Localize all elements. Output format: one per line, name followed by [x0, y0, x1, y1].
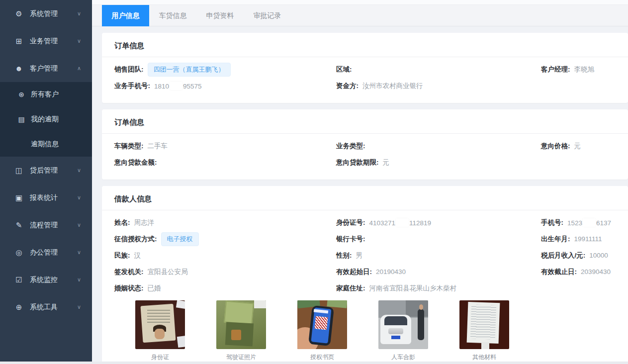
- plus-circle-icon: ⊕: [14, 303, 24, 312]
- field-label: 车辆类型:: [114, 142, 144, 151]
- checkbox-icon: ☑: [14, 275, 24, 284]
- field-value: 20190430: [376, 268, 406, 275]
- monitor-icon: ▣: [14, 193, 24, 202]
- credit-auth-tag: 电子授权: [161, 232, 199, 246]
- photo-green-booklet[interactable]: [216, 300, 266, 349]
- field-label: 意向价格:: [541, 142, 570, 151]
- sidebar-item-label: 办公管理: [30, 248, 58, 257]
- photo-item: 人车合影: [378, 300, 428, 362]
- sidebar-item-label: 系统管理: [30, 9, 58, 18]
- field-business-phone: 业务手机号: 181095575: [114, 82, 336, 91]
- order-info-card-1: 订单信息 销售团队: 四团一营（直属王鹏飞） 区域: 客户经理: 李晓旭: [102, 33, 628, 103]
- photo-item: 身份证: [135, 300, 185, 362]
- sidebar-item-office-mgmt[interactable]: ◎ 办公管理 ∨: [0, 239, 92, 266]
- redaction-block: [170, 82, 182, 90]
- field-label: 征信授权方式:: [114, 235, 157, 244]
- sidebar-item-label: 逾期信息: [31, 140, 59, 149]
- sidebar-item-system-mgmt[interactable]: ⚙ 系统管理 ∨: [0, 0, 92, 27]
- photo-person-with-car[interactable]: [378, 300, 428, 349]
- photo-phone-qr-code[interactable]: [297, 300, 347, 349]
- sidebar-item-label: 我的逾期: [31, 115, 59, 124]
- field-label: 手机号:: [541, 218, 563, 227]
- sidebar: ⚙ 系统管理 ∨ ⊞ 业务管理 ∨ ☻ 客户管理 ∧ ⊛ 所有客户 ▤ 我的逾期: [0, 0, 92, 364]
- tab-bar: 用户信息 车贷信息 申贷资料 审批记录: [92, 5, 628, 26]
- field-value: 181095575: [154, 82, 202, 90]
- sidebar-item-process-mgmt[interactable]: ✎ 流程管理 ∨: [0, 211, 92, 239]
- sidebar-item-label: 业务管理: [30, 37, 58, 46]
- field-value: 河南省宜阳县花果山乡木柴村: [369, 284, 457, 293]
- card-title: 借款人信息: [102, 186, 628, 210]
- sidebar-item-label: 所有客户: [31, 90, 59, 99]
- chevron-down-icon: ∨: [77, 167, 81, 174]
- chevron-up-icon: ∧: [77, 65, 81, 72]
- chevron-down-icon: ∨: [77, 249, 81, 256]
- field-funder: 资金方: 汝州市农村商业银行: [336, 82, 541, 91]
- customers-icon: ⊛: [17, 91, 26, 98]
- sidebar-item-all-customers[interactable]: ⊛ 所有客户: [0, 82, 92, 107]
- chevron-down-icon: ∨: [77, 276, 81, 283]
- field-label: 意向贷款期限:: [336, 158, 379, 167]
- sidebar-item-label: 系统工具: [30, 303, 58, 312]
- tab-approval-records[interactable]: 审批记录: [244, 5, 291, 26]
- chevron-down-icon: ∨: [77, 194, 81, 201]
- borrower-photo-list: 身份证 驾驶证照片: [102, 300, 628, 362]
- field-value: 已婚: [148, 284, 161, 293]
- sidebar-item-business-mgmt[interactable]: ⊞ 业务管理 ∨: [0, 27, 92, 55]
- chevron-down-icon: ∨: [77, 222, 81, 228]
- sidebar-item-system-monitor[interactable]: ☑ 系统监控 ∨: [0, 266, 92, 293]
- photo-caption: 其他材料: [459, 353, 509, 362]
- field-label: 婚姻状态:: [114, 284, 144, 293]
- field-issuing-authority: 签发机关: 宜阳县公安局: [114, 268, 336, 276]
- field-business-type: 业务类型:: [336, 142, 541, 151]
- field-label: 税后月收入/元:: [541, 251, 585, 260]
- field-label: 区域:: [336, 65, 352, 74]
- photo-item: 其他材料: [459, 300, 509, 362]
- card-title: 订单信息: [102, 109, 628, 134]
- field-label: 有效截止日:: [541, 268, 577, 276]
- field-value: 元: [574, 142, 581, 151]
- photo-id-card[interactable]: [135, 300, 185, 349]
- photo-caption: 驾驶证照片: [216, 353, 266, 362]
- document-icon: ▤: [17, 115, 26, 123]
- sidebar-item-system-tools[interactable]: ⊕ 系统工具 ∨: [0, 293, 92, 321]
- book-icon: ◫: [14, 166, 24, 175]
- field-value: 李晓旭: [574, 65, 595, 74]
- sidebar-item-label: 贷后管理: [30, 166, 58, 175]
- field-label: 出生年月:: [541, 235, 570, 244]
- field-label: 业务类型:: [336, 142, 365, 151]
- field-label: 姓名:: [114, 218, 130, 227]
- tab-loan-application-docs[interactable]: 申贷资料: [196, 5, 244, 26]
- field-mobile-phone: 手机号: 15236137: [541, 218, 616, 227]
- field-label: 销售团队:: [114, 65, 144, 74]
- bottom-scroll-strip: [0, 362, 628, 364]
- field-label: 客户经理:: [541, 65, 570, 74]
- sidebar-item-label: 客户管理: [30, 64, 58, 73]
- field-gender: 性别: 男: [336, 251, 541, 260]
- photo-handwritten-document[interactable]: [459, 300, 509, 349]
- sidebar-item-overdue-info[interactable]: 逾期信息: [0, 132, 92, 157]
- tab-car-loan-info[interactable]: 车贷信息: [149, 5, 196, 26]
- field-ethnicity: 民族: 汉: [114, 251, 336, 260]
- redaction-block: [396, 218, 409, 227]
- gear-icon: ⚙: [14, 9, 24, 18]
- field-value: 4103271112819: [369, 218, 432, 227]
- main-content: 用户信息 车贷信息 申贷资料 审批记录 订单信息 销售团队: 四团一营（直属王鹏…: [92, 0, 628, 364]
- field-label: 身份证号:: [336, 218, 365, 227]
- field-intent-loan-term: 意向贷款期限: 元: [336, 158, 541, 167]
- sidebar-item-postloan-mgmt[interactable]: ◫ 贷后管理 ∨: [0, 157, 92, 184]
- top-strip: [92, 0, 628, 5]
- order-info-card-2: 订单信息 车辆类型: 二手车 业务类型: 意向价格: 元: [102, 109, 628, 180]
- field-label: 资金方:: [336, 82, 359, 91]
- photo-caption: 授权书页: [297, 353, 347, 362]
- sales-team-tag[interactable]: 四团一营（直属王鹏飞）: [148, 63, 231, 77]
- tab-user-info[interactable]: 用户信息: [102, 5, 149, 26]
- field-marital-status: 婚姻状态: 已婚: [114, 284, 336, 293]
- field-value: 汉: [134, 251, 141, 260]
- card-title: 订单信息: [102, 33, 628, 57]
- field-label: 性别:: [336, 251, 352, 260]
- field-account-manager: 客户经理: 李晓旭: [541, 65, 616, 74]
- sidebar-item-my-overdue[interactable]: ▤ 我的逾期: [0, 107, 92, 132]
- field-label: 意向贷款金额:: [114, 158, 157, 167]
- sidebar-item-customer-mgmt[interactable]: ☻ 客户管理 ∧: [0, 55, 92, 82]
- sidebar-item-report-stats[interactable]: ▣ 报表统计 ∨: [0, 184, 92, 211]
